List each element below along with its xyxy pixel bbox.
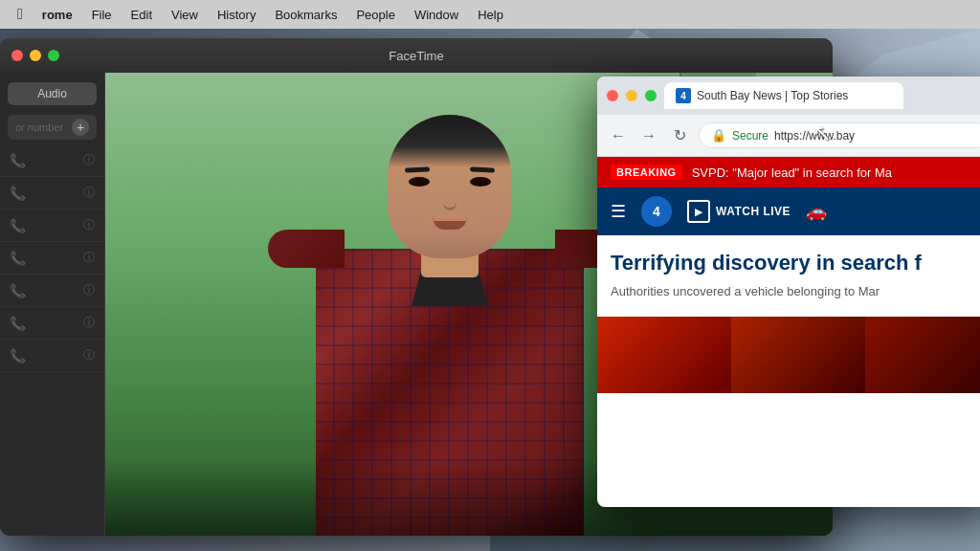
search-field[interactable]: or number + — [8, 115, 97, 140]
chrome-address-bar: ← → ↻ 🔒 Secure https://www.bay — [597, 115, 980, 157]
back-button[interactable]: ← — [607, 124, 630, 147]
minimize-button[interactable] — [30, 50, 41, 61]
info-icon: ⓘ — [83, 217, 95, 233]
article-subtitle: Authorities uncovered a vehicle belongin… — [611, 283, 980, 300]
contact-item[interactable]: 📞 ⓘ — [0, 177, 104, 209]
facetime-titlebar: FaceTime — [0, 38, 833, 73]
channel-4-nav: ☰ 4 ▶ WATCH LIVE 🚗 — [597, 187, 980, 235]
apple-menu[interactable]:  — [8, 0, 33, 29]
watch-live-label: WATCH LIVE — [716, 205, 791, 218]
menu-file[interactable]: File — [82, 0, 122, 29]
chrome-close-btn[interactable] — [607, 90, 618, 101]
phone-icon: 📞 — [10, 218, 26, 233]
traffic-icon[interactable]: 🚗 — [806, 201, 827, 222]
contact-item[interactable]: 📞 ⓘ — [0, 144, 104, 177]
close-button[interactable] — [11, 50, 23, 61]
refresh-button[interactable]: ↻ — [668, 124, 691, 147]
chrome-tab[interactable]: 4 South Bay News | Top Stories — [664, 82, 903, 109]
watch-live-button[interactable]: ▶ WATCH LIVE — [687, 200, 791, 223]
breaking-news-bar: BREAKING SVPD: "Major lead" in search fo… — [597, 157, 980, 187]
url-text: https://www.bay — [774, 129, 855, 143]
contact-item[interactable]: 📞 ⓘ — [0, 209, 104, 242]
breaking-text: SVPD: "Major lead" in search for Ma — [692, 165, 892, 180]
add-contact-button[interactable]: + — [72, 119, 89, 136]
phone-icon: 📞 — [10, 283, 26, 298]
menu-window[interactable]: Window — [405, 0, 468, 29]
menu-edit[interactable]: Edit — [122, 0, 162, 29]
chrome-window: 4 South Bay News | Top Stories ← → ↻ 🔒 S… — [597, 77, 980, 507]
window-controls — [11, 50, 59, 61]
menu-view[interactable]: View — [162, 0, 208, 29]
contact-item[interactable]: 📞 ⓘ — [0, 242, 104, 275]
facetime-title: FaceTime — [389, 49, 443, 63]
address-field[interactable]: 🔒 Secure https://www.bay — [699, 122, 980, 148]
info-icon: ⓘ — [83, 152, 95, 168]
menu-bar:  rome File Edit View History Bookmarks … — [0, 0, 980, 29]
maximize-button[interactable] — [48, 50, 59, 61]
menu-bookmarks[interactable]: Bookmarks — [265, 0, 346, 29]
tab-favicon: 4 — [676, 88, 691, 103]
chrome-titlebar: 4 South Bay News | Top Stories — [597, 77, 980, 115]
chrome-maximize-btn[interactable] — [645, 90, 657, 101]
info-icon: ⓘ — [83, 185, 95, 201]
secure-label: Secure — [732, 129, 768, 143]
audio-button[interactable]: Audio — [8, 82, 97, 105]
contact-item[interactable]: 📞 ⓘ — [0, 307, 104, 340]
info-icon: ⓘ — [83, 250, 95, 266]
search-placeholder: or number — [15, 121, 63, 133]
forward-button[interactable]: → — [637, 124, 660, 147]
facetime-sidebar: Audio or number + 📞 ⓘ 📞 ⓘ 📞 ⓘ 📞 ⓘ — [0, 73, 105, 536]
hamburger-menu-icon[interactable]: ☰ — [611, 201, 626, 222]
desktop: FaceTime Audio or number + 📞 ⓘ 📞 ⓘ 📞 ⓘ — [0, 29, 980, 551]
article-headline: Terrifying discovery in search f — [611, 251, 980, 276]
breaking-label: BREAKING — [611, 165, 682, 180]
thumbnail-3 — [865, 317, 980, 393]
play-icon: ▶ — [687, 200, 710, 223]
menu-help[interactable]: Help — [468, 0, 513, 29]
thumbnail-1 — [597, 317, 731, 393]
lock-icon: 🔒 — [711, 128, 726, 143]
contact-item[interactable]: 📞 ⓘ — [0, 275, 104, 307]
phone-icon: 📞 — [10, 153, 26, 168]
info-icon: ⓘ — [83, 315, 95, 331]
tab-title: South Bay News | Top Stories — [697, 89, 848, 102]
channel-4-logo[interactable]: 4 — [641, 196, 672, 227]
app-name-chrome[interactable]: rome — [33, 0, 82, 29]
info-icon: ⓘ — [83, 347, 95, 364]
chrome-minimize-btn[interactable] — [626, 90, 637, 101]
phone-icon: 📞 — [10, 251, 26, 266]
contact-item[interactable]: 📞 ⓘ — [0, 340, 104, 372]
phone-icon: 📞 — [10, 348, 26, 364]
thumbnail-strip — [597, 317, 980, 393]
phone-icon: 📞 — [10, 186, 26, 201]
article-content: Terrifying discovery in search f Authori… — [597, 235, 980, 317]
info-icon: ⓘ — [83, 282, 95, 298]
menu-history[interactable]: History — [208, 0, 265, 29]
menu-people[interactable]: People — [346, 0, 404, 29]
thumbnail-2 — [731, 317, 865, 393]
phone-icon: 📞 — [10, 316, 26, 331]
